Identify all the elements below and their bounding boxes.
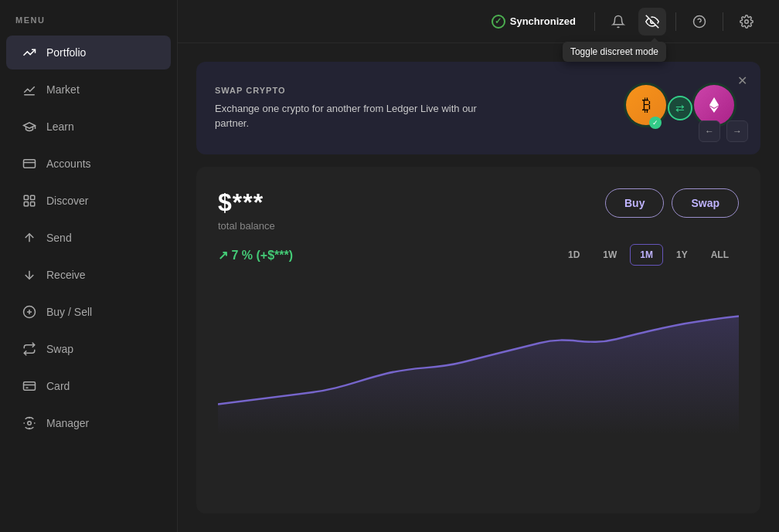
svg-rect-4: [31, 195, 35, 199]
banner-title: SWAP CRYPTO: [215, 86, 618, 95]
discreet-tooltip: Toggle discreet mode: [563, 42, 666, 62]
sidebar-item-label-learn: Learn: [46, 120, 74, 133]
balance-section: $*** total balance: [218, 188, 275, 232]
portfolio-change: ↗ 7 % (+$***) 1D 1W 1M 1Y ALL: [218, 244, 739, 266]
card-icon: [22, 378, 37, 394]
sidebar-item-receive[interactable]: Receive: [6, 258, 171, 292]
discreet-mode-button[interactable]: [638, 8, 666, 36]
help-button[interactable]: [685, 8, 713, 36]
main-content: ✓ Synchronized Toggle discreet mode: [178, 0, 779, 532]
check-badge: ✓: [649, 117, 662, 129]
sidebar-item-buy-sell[interactable]: Buy / Sell: [6, 295, 171, 329]
change-text: ↗ 7 % (+$***): [218, 248, 293, 263]
sidebar-item-label-swap: Swap: [46, 343, 73, 355]
swap-icon: [22, 341, 37, 357]
sync-status: ✓ Synchronized: [492, 15, 576, 29]
sidebar-item-label-market: Market: [46, 83, 80, 96]
sidebar: MENU Portfolio Market Learn: [0, 0, 178, 532]
filter-1d[interactable]: 1D: [558, 244, 590, 266]
discover-icon: [22, 193, 37, 208]
accounts-icon: [22, 156, 37, 171]
content-area: SWAP CRYPTO Exchange one crypto for anot…: [178, 43, 779, 532]
sidebar-item-card[interactable]: Card: [6, 369, 171, 403]
sidebar-item-learn[interactable]: Learn: [6, 110, 171, 144]
header: ✓ Synchronized Toggle discreet mode: [178, 0, 779, 43]
swap-button[interactable]: Swap: [672, 188, 739, 218]
sync-label: Synchronized: [510, 15, 576, 27]
help-icon: [692, 15, 706, 29]
sync-check-icon: ✓: [492, 15, 505, 29]
eth-icon: [706, 97, 722, 113]
sidebar-item-discover[interactable]: Discover: [6, 184, 171, 218]
send-icon: [22, 230, 37, 246]
balance-amount: $***: [218, 188, 275, 217]
portfolio-chart: [218, 281, 739, 435]
svg-rect-5: [24, 202, 28, 206]
notification-button[interactable]: [604, 8, 632, 36]
eye-off-icon: [645, 15, 659, 29]
svg-rect-12: [24, 382, 36, 391]
svg-rect-3: [24, 195, 28, 199]
settings-icon: [740, 15, 753, 29]
sidebar-item-label-accounts: Accounts: [46, 158, 91, 170]
sidebar-item-label-buy-sell: Buy / Sell: [46, 306, 92, 318]
time-filters: 1D 1W 1M 1Y ALL: [558, 244, 739, 266]
receive-icon: [22, 267, 37, 283]
portfolio-icon: [22, 45, 37, 60]
sidebar-item-label-card: Card: [46, 380, 70, 392]
banner-next-button[interactable]: →: [726, 120, 748, 142]
banner-navigation: ← →: [699, 120, 748, 142]
buy-sell-icon: [22, 304, 37, 320]
filter-1m[interactable]: 1M: [630, 244, 663, 266]
sidebar-item-market[interactable]: Market: [6, 73, 171, 107]
header-divider-2: [675, 12, 676, 31]
sidebar-item-accounts[interactable]: Accounts: [6, 147, 171, 181]
market-icon: [22, 82, 37, 97]
banner-text: SWAP CRYPTO Exchange one crypto for anot…: [215, 86, 618, 131]
chart-area: [218, 281, 739, 435]
filter-1y[interactable]: 1Y: [666, 244, 698, 266]
swap-arrows-circle: ⇄: [668, 96, 692, 120]
ethereum-coin: [694, 85, 734, 125]
banner-close-button[interactable]: ✕: [733, 71, 751, 90]
filter-1w[interactable]: 1W: [593, 244, 627, 266]
svg-rect-1: [24, 160, 36, 168]
svg-point-19: [745, 19, 749, 23]
buy-button[interactable]: Buy: [605, 188, 664, 218]
menu-label: MENU: [0, 15, 177, 34]
action-buttons: Buy Swap: [605, 188, 739, 218]
sidebar-item-label-manager: Manager: [46, 417, 89, 429]
portfolio-card: $*** total balance Buy Swap ↗ 7 % (+$***…: [196, 167, 760, 513]
filter-all[interactable]: ALL: [701, 244, 739, 266]
banner-prev-button[interactable]: ←: [699, 120, 720, 142]
header-divider-3: [723, 12, 723, 31]
sidebar-item-label-receive: Receive: [46, 269, 86, 281]
sidebar-item-label-portfolio: Portfolio: [46, 46, 86, 59]
svg-rect-6: [31, 202, 35, 206]
manager-icon: [22, 415, 37, 431]
learn-icon: [22, 119, 37, 134]
sidebar-item-manager[interactable]: Manager: [6, 406, 171, 440]
bell-icon: [611, 15, 625, 29]
portfolio-top: $*** total balance Buy Swap: [218, 188, 739, 232]
discreet-mode-container: Toggle discreet mode: [638, 8, 666, 36]
svg-point-15: [28, 422, 32, 425]
header-divider: [594, 12, 595, 31]
swap-banner: SWAP CRYPTO Exchange one crypto for anot…: [196, 62, 760, 154]
banner-description: Exchange one crypto for another from Led…: [215, 101, 478, 131]
sidebar-item-send[interactable]: Send: [6, 221, 171, 255]
sidebar-item-swap[interactable]: Swap: [6, 332, 171, 366]
balance-label: total balance: [218, 220, 275, 232]
change-value: ↗ 7 % (+$***): [218, 248, 293, 263]
sidebar-item-portfolio[interactable]: Portfolio: [6, 36, 171, 69]
sidebar-item-label-discover: Discover: [46, 195, 88, 207]
sidebar-item-label-send: Send: [46, 232, 72, 244]
settings-button[interactable]: [733, 8, 760, 36]
